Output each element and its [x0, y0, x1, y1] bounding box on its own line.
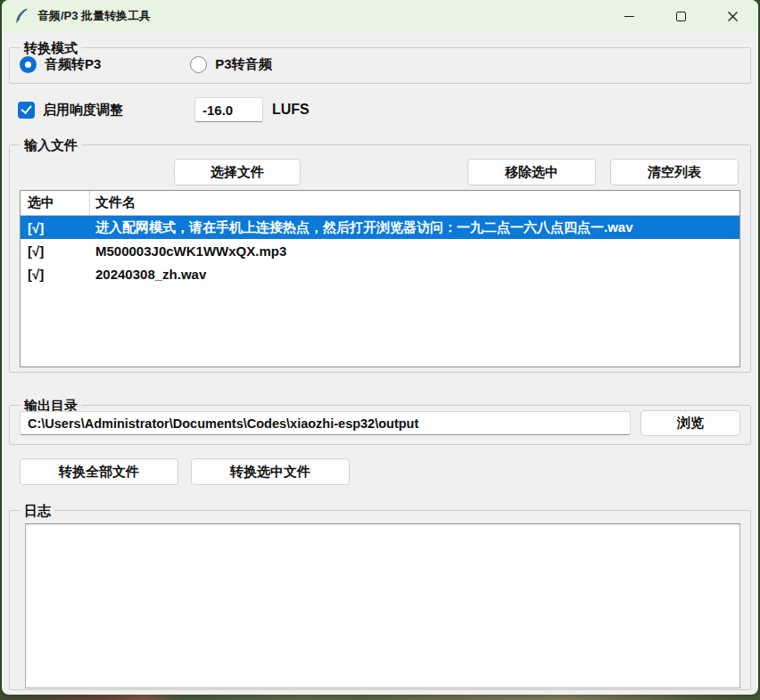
input-files-label: 输入文件 — [21, 136, 81, 154]
loudness-value-input[interactable] — [194, 97, 263, 122]
row-filename-cell: 20240308_zh.wav — [90, 267, 739, 282]
loudness-checkbox-label: 启用响度调整 — [43, 102, 123, 119]
mode-group-label: 转换模式 — [21, 39, 81, 57]
row-checked-cell: [√] — [21, 220, 90, 235]
column-header-checked[interactable]: 选中 — [21, 191, 90, 215]
loudness-row: 启用响度调整 — [18, 96, 123, 123]
radio-p3-to-audio-label: P3转音频 — [215, 56, 271, 73]
radio-audio-to-p3[interactable]: 音频转P3 — [20, 56, 101, 73]
convert-all-button[interactable]: 转换全部文件 — [20, 458, 178, 485]
remove-selected-button[interactable]: 移除选中 — [467, 159, 596, 185]
python-feather-icon — [13, 8, 29, 24]
minimize-icon — [624, 16, 634, 17]
table-row[interactable]: [√] 20240308_zh.wav — [21, 262, 739, 285]
log-textarea[interactable] — [25, 523, 740, 688]
maximize-icon — [676, 12, 686, 21]
radio-selected-icon — [20, 56, 37, 73]
loudness-checkbox[interactable] — [18, 102, 35, 119]
browse-button[interactable]: 浏览 — [640, 410, 740, 436]
app-window: 音频/P3 批量转换工具 转换模式 音频转P3 P3转 — [2, 0, 758, 695]
minimize-button[interactable] — [603, 0, 655, 32]
radio-audio-to-p3-label: 音频转P3 — [45, 56, 101, 73]
clear-list-button[interactable]: 清空列表 — [610, 159, 739, 185]
output-dir-input[interactable] — [20, 411, 631, 435]
window-title: 音频/P3 批量转换工具 — [37, 8, 151, 24]
file-table-header: 选中 文件名 — [21, 191, 739, 216]
radio-unselected-icon — [190, 56, 207, 73]
table-row[interactable]: [√] 进入配网模式，请在手机上连接热点，然后打开浏览器访问：一九二点一六八点四… — [21, 216, 739, 239]
radio-p3-to-audio[interactable]: P3转音频 — [190, 56, 271, 73]
row-filename-cell: M500003J0cWK1WWxQX.mp3 — [90, 243, 739, 259]
convert-selected-button[interactable]: 转换选中文件 — [191, 458, 350, 485]
row-checked-cell: [√] — [21, 267, 90, 282]
select-files-button[interactable]: 选择文件 — [174, 159, 301, 185]
titlebar: 音频/P3 批量转换工具 — [2, 0, 758, 32]
maximize-button[interactable] — [655, 0, 706, 32]
window-controls — [603, 0, 758, 32]
row-checked-cell: [√] — [21, 243, 90, 259]
lufs-unit-label: LUFS — [272, 102, 310, 118]
file-table: 选中 文件名 [√] 进入配网模式，请在手机上连接热点，然后打开浏览器访问：一九… — [20, 190, 740, 367]
row-filename-cell: 进入配网模式，请在手机上连接热点，然后打开浏览器访问：一九二点一六八点四点一.w… — [90, 219, 739, 236]
column-header-filename[interactable]: 文件名 — [90, 191, 739, 215]
table-row[interactable]: [√] M500003J0cWK1WWxQX.mp3 — [21, 239, 739, 262]
close-icon — [727, 11, 739, 22]
mode-groupbox: 转换模式 音频转P3 P3转音频 — [9, 47, 751, 84]
close-button[interactable] — [706, 0, 758, 32]
log-label: 日志 — [21, 502, 54, 520]
